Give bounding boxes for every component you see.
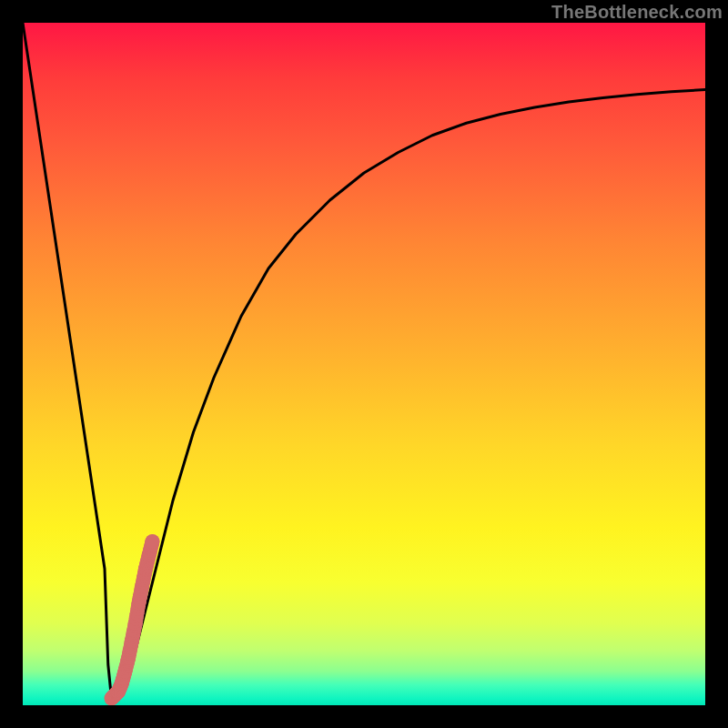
svg-point-108 bbox=[146, 534, 160, 549]
chart-frame: TheBottleneck.com bbox=[0, 0, 728, 728]
chart-svg bbox=[23, 23, 705, 705]
marker-segment bbox=[105, 534, 160, 705]
plot-area bbox=[23, 23, 705, 705]
bottleneck-curve bbox=[23, 23, 705, 699]
watermark: TheBottleneck.com bbox=[551, 2, 723, 23]
